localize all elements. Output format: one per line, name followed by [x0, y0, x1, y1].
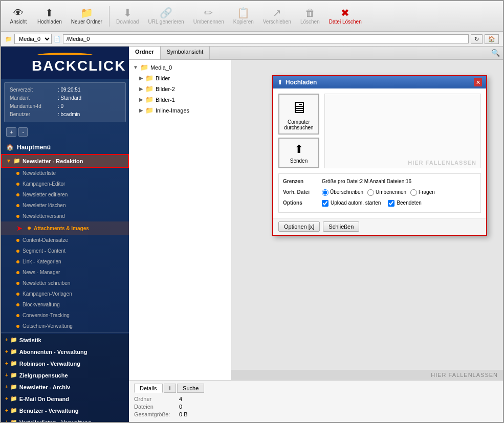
path-input[interactable] [63, 34, 469, 43]
sidebar-item-newsletter-schreiben[interactable]: Newsletter schreiben [1, 278, 129, 288]
tab-symbolansicht[interactable]: Symbolansicht [161, 47, 210, 59]
expand-icon-s: + [5, 337, 8, 343]
schliessen-btn[interactable]: Schließen [323, 221, 359, 232]
sidebar: BACKCLICK Serverzeit : 09:20:51 Mandant … [1, 47, 129, 422]
bullet-icon [16, 260, 19, 263]
optionen-btn[interactable]: Optionen [x] [278, 221, 320, 232]
checkbox-beendeten[interactable]: Beendeten [388, 198, 421, 208]
toolbar-loeschen: 🗑 Löschen [297, 6, 323, 27]
dialog-title-bar: ⬆ Hochladen ✕ [273, 76, 486, 88]
hochladen-icon: ⬆ [45, 8, 54, 18]
folder-inline-images[interactable]: ▶ 📁 Inline-Images [129, 105, 231, 116]
tab-ordner[interactable]: Ordner [129, 47, 161, 59]
sidebar-item-newsletter-loeschen[interactable]: Newsletter löschen [1, 200, 129, 211]
sidebar-item-attachments-images[interactable]: ➤ Attachments & Images [1, 221, 129, 235]
details-row-dateien: Dateien 0 [134, 404, 498, 410]
folder-icon-a: 📁 [10, 348, 17, 355]
sidebar-item-segment-content[interactable]: Segment - Content [1, 246, 129, 256]
sidebar-item-content-datensaetze[interactable]: Content-Datensätze [1, 235, 129, 246]
sidebar-action-plus[interactable]: + [6, 127, 16, 137]
folder-media0[interactable]: ▼ 📁 Media_0 [129, 62, 231, 73]
toolbar-kopieren: 📋 Kopieren [230, 6, 257, 27]
bullet-icon [16, 193, 19, 196]
toolbar-ansicht[interactable]: 👁 Ansicht [5, 6, 32, 27]
sidebar-item-statistik[interactable]: +📁Statistik [1, 334, 129, 346]
sidebar-item-kampagnen-vorlagen[interactable]: Kampagnen-Vorlagen [1, 288, 129, 299]
sidebar-item-conversion-tracking[interactable]: Conversion-Tracking [1, 310, 129, 321]
computer-icon: 🖥 [291, 98, 307, 117]
folder-bilder[interactable]: ▶ 📁 Bilder [129, 73, 231, 83]
toolbar-download: ⬇ Download [113, 6, 142, 27]
dialog-info: Grenzen Größe pro Datei:2 M Anzahl Datei… [278, 173, 481, 213]
folder-icon-na: 📁 [10, 384, 17, 390]
folder-icon-bilder2: 📁 [145, 85, 154, 93]
sidebar-item-newsletter-redaktion[interactable]: ▼ 📁 Newsletter - Redaktion [1, 154, 129, 168]
expand-media0: ▼ [133, 64, 138, 70]
dialog-close-btn[interactable]: ✕ [474, 78, 482, 86]
upload-drop-area[interactable]: HIER FALLENLASSEN [324, 94, 481, 168]
refresh-btn[interactable]: ↻ [471, 34, 483, 44]
main-panel: HIER FALLENLASSEN ⬆ Hochladen ✕ [231, 60, 503, 380]
sidebar-item-abonnenten[interactable]: +📁Abonnenten - Verwaltung [1, 346, 129, 358]
sidebar-item-newsletter-archiv[interactable]: +📁Newsletter - Archiv [1, 381, 129, 393]
panel-header: Ordner Symbolansicht 🔍 [129, 47, 503, 60]
send-btn[interactable]: ⬆ Senden [278, 138, 319, 168]
content-area: Ordner Symbolansicht 🔍 ▼ 📁 Media_0 ▶ [129, 47, 503, 422]
expand-inline: ▶ [139, 107, 143, 113]
details-tab-info[interactable]: i [164, 384, 176, 393]
bullet-icon [16, 239, 19, 242]
sidebar-item-link-kategorien[interactable]: Link - Kategorien [1, 256, 129, 267]
details-tab-suche[interactable]: Suche [177, 384, 204, 393]
info-row-options: Options Upload autom. starten Beendeten [283, 198, 476, 208]
bullet-icon [16, 172, 19, 175]
sidebar-item-verteilerlisten[interactable]: +📁Verteilerlisten - Verwaltung [1, 416, 129, 422]
radio-group-vorh: Überschreiben Umbenennen Fragen [322, 188, 435, 197]
folder-icon-v: 📁 [10, 419, 17, 422]
sidebar-item-newsletterliste[interactable]: Newsletterliste [1, 168, 129, 179]
folder-select[interactable]: Media_0 [14, 34, 52, 44]
sidebar-item-newsletterversand[interactable]: Newsletterversand [1, 211, 129, 221]
folder-icon-bilder1: 📁 [145, 96, 154, 103]
bullet-icon [16, 204, 19, 207]
radio-fragen[interactable]: Fragen [410, 188, 435, 197]
dialog-title-icon: ⬆ [277, 79, 282, 86]
sidebar-item-news-manager[interactable]: News - Manager [1, 267, 129, 278]
sidebar-item-robinson[interactable]: +📁Robinson - Verwaltung [1, 358, 129, 369]
sidebar-item-zielgruppensuche[interactable]: +📁Zielgruppensuche [1, 369, 129, 381]
toolbar-datei-loeschen[interactable]: ✖ Datei Löschen [325, 6, 365, 27]
expand-icon-v: + [5, 419, 8, 422]
folder-icon: 📁 [5, 36, 12, 42]
toolbar-neuer-ordner[interactable]: 📁 Neuer Ordner [68, 6, 106, 27]
radio-umbenennen[interactable]: Umbenennen [367, 188, 406, 197]
radio-ueberschreiben[interactable]: Überschreiben [322, 188, 363, 197]
sidebar-item-gutschein-verwaltung[interactable]: Gutschein-Verwaltung [1, 321, 129, 331]
sidebar-item-benutzer[interactable]: +📁Benutzer - Verwaltung [1, 405, 129, 416]
sidebar-item-blockverwaltung[interactable]: Blockverwaltung [1, 299, 129, 310]
file-pane: ▼ 📁 Media_0 ▶ 📁 Bilder ▶ 📁 Bilder-2 [129, 60, 503, 380]
dialog-body: 🖥 Computer durchsuchen ⬆ Senden [273, 88, 486, 218]
umbenennen-icon: ✏ [204, 8, 213, 18]
home-btn[interactable]: 🏠 [485, 34, 499, 44]
neuer-ordner-icon: 📁 [80, 8, 93, 18]
main-layout: BACKCLICK Serverzeit : 09:20:51 Mandant … [1, 47, 503, 422]
sidebar-item-email-on-demand[interactable]: +📁E-Mail On Demand [1, 393, 129, 405]
folder-bilder1[interactable]: ▶ 📁 Bilder-1 [129, 94, 231, 105]
info-row-vorh: Vorh. Datei Überschreiben Umbenennen Fra… [283, 188, 476, 197]
toolbar-hochladen[interactable]: ⬆ Hochladen [34, 6, 65, 27]
expand-icon-r: + [5, 361, 8, 366]
bullet-icon [16, 314, 19, 317]
sidebar-action-minus[interactable]: - [18, 127, 28, 137]
folder-bilder2[interactable]: ▶ 📁 Bilder-2 [129, 83, 231, 94]
expand-icon-b: + [5, 408, 8, 413]
sidebar-item-newsletter-editieren[interactable]: Newsletter editieren [1, 189, 129, 200]
zoom-icon[interactable]: 🔍 [488, 47, 503, 59]
sidebar-item-kampagnen-editor[interactable]: Kampagnen-Editor [1, 179, 129, 189]
checkbox-upload-autom[interactable]: Upload autom. starten [322, 198, 381, 208]
details-tab-details[interactable]: Details [134, 384, 163, 393]
folder-icon-inline: 📁 [145, 106, 154, 114]
expand-bilder1: ▶ [139, 97, 143, 102]
nav-hauptmenu[interactable]: 🏠 Hauptmenü [1, 141, 129, 154]
kopieren-icon: 📋 [237, 8, 250, 18]
upload-dialog: ⬆ Hochladen ✕ 🖥 Com [272, 75, 487, 236]
computer-browse-btn[interactable]: 🖥 Computer durchsuchen [278, 94, 319, 135]
